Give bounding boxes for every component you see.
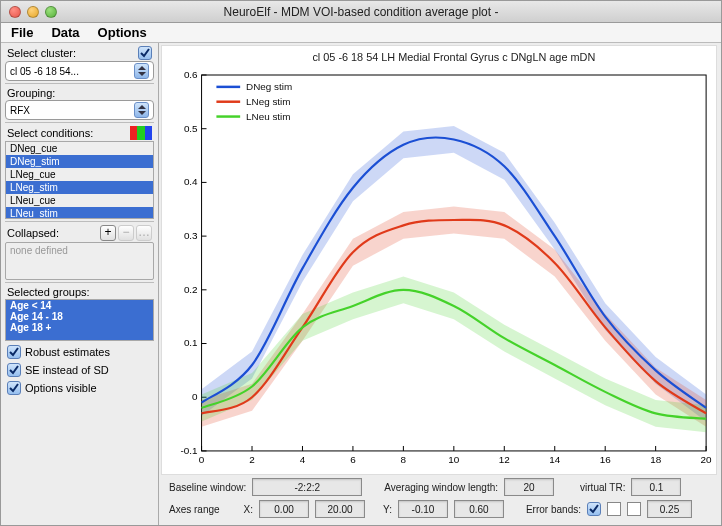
- errorbands-darkcolor[interactable]: [627, 502, 641, 516]
- svg-text:12: 12: [499, 454, 510, 465]
- svg-text:LNeg stim: LNeg stim: [246, 96, 290, 107]
- svg-text:16: 16: [600, 454, 611, 465]
- se-sd-label: SE instead of SD: [25, 364, 109, 376]
- svg-text:0.5: 0.5: [184, 123, 198, 134]
- plot-area: cl 05 -6 18 54 LH Medial Frontal Gyrus c…: [161, 45, 717, 475]
- errorbands-lightcolor[interactable]: [607, 502, 621, 516]
- axes-label: Axes range: [169, 504, 220, 515]
- condition-item[interactable]: LNeg_stim: [6, 181, 153, 194]
- grouping-value: RFX: [10, 105, 30, 116]
- menubar: File Data Options: [1, 23, 721, 43]
- vtr-label: virtual TR:: [580, 482, 625, 493]
- minimize-icon[interactable]: [27, 6, 39, 18]
- svg-text:0.4: 0.4: [184, 176, 198, 187]
- se-sd-checkbox[interactable]: [7, 363, 21, 377]
- ymin-input[interactable]: -0.10: [398, 500, 448, 518]
- condition-item[interactable]: DNeg_cue: [6, 142, 153, 155]
- collapsed-add-button[interactable]: +: [100, 225, 116, 241]
- menu-options[interactable]: Options: [98, 25, 147, 40]
- svg-text:6: 6: [350, 454, 356, 465]
- errorbands-alpha-input[interactable]: 0.25: [647, 500, 692, 518]
- chart: cl 05 -6 18 54 LH Medial Frontal Gyrus c…: [162, 46, 716, 474]
- baseline-input[interactable]: -2:2:2: [252, 478, 362, 496]
- conditions-listbox[interactable]: DNeg_cueDNeg_stimLNeg_cueLNeg_stimLNeu_c…: [5, 141, 154, 219]
- vtr-input[interactable]: 0.1: [631, 478, 681, 496]
- select-cluster-label: Select cluster:: [7, 47, 76, 59]
- grouping-label: Grouping:: [7, 87, 55, 99]
- ymax-input[interactable]: 0.60: [454, 500, 504, 518]
- svg-text:0: 0: [199, 454, 205, 465]
- main-panel: cl 05 -6 18 54 LH Medial Frontal Gyrus c…: [159, 43, 721, 525]
- group-item[interactable]: Age < 14: [6, 300, 153, 311]
- svg-text:-0.1: -0.1: [181, 445, 199, 456]
- collapsed-listbox[interactable]: none defined: [5, 242, 154, 280]
- group-item[interactable]: Age 14 - 18: [6, 311, 153, 322]
- avg-label: Averaging window length:: [384, 482, 498, 493]
- errorbands-checkbox[interactable]: [587, 502, 601, 516]
- select-conditions-label: Select conditions:: [7, 127, 93, 139]
- condition-item[interactable]: LNeu_stim: [6, 207, 153, 219]
- xmax-input[interactable]: 20.00: [315, 500, 365, 518]
- svg-text:4: 4: [300, 454, 306, 465]
- sidebar: Select cluster: cl 05 -6 18 54... Groupi…: [1, 43, 159, 525]
- palette-icon[interactable]: [130, 126, 152, 140]
- svg-text:cl 05 -6 18 54 LH Medial Front: cl 05 -6 18 54 LH Medial Frontal Gyrus c…: [312, 51, 595, 63]
- select-cluster-checkbox[interactable]: [138, 46, 152, 60]
- svg-text:0.2: 0.2: [184, 284, 198, 295]
- selected-groups-label: Selected groups:: [7, 286, 90, 298]
- stepper-icon[interactable]: [134, 102, 149, 118]
- svg-text:0.1: 0.1: [184, 337, 198, 348]
- select-cluster-value: cl 05 -6 18 54...: [10, 66, 79, 77]
- zoom-icon[interactable]: [45, 6, 57, 18]
- baseline-label: Baseline window:: [169, 482, 246, 493]
- svg-text:0.6: 0.6: [184, 69, 198, 80]
- avg-input[interactable]: 20: [504, 478, 554, 496]
- grouping-dropdown[interactable]: RFX: [5, 100, 154, 120]
- condition-item[interactable]: LNeu_cue: [6, 194, 153, 207]
- svg-text:20: 20: [701, 454, 712, 465]
- collapsed-edit-button: …: [136, 225, 152, 241]
- options-visible-label: Options visible: [25, 382, 97, 394]
- stepper-icon[interactable]: [134, 63, 149, 79]
- robust-checkbox[interactable]: [7, 345, 21, 359]
- svg-text:LNeu stim: LNeu stim: [246, 111, 290, 122]
- svg-text:DNeg stim: DNeg stim: [246, 81, 292, 92]
- window-controls[interactable]: [9, 6, 57, 18]
- condition-item[interactable]: LNeg_cue: [6, 168, 153, 181]
- svg-text:8: 8: [401, 454, 407, 465]
- close-icon[interactable]: [9, 6, 21, 18]
- menu-file[interactable]: File: [11, 25, 33, 40]
- selected-groups-listbox[interactable]: Age < 14Age 14 - 18Age 18 +: [5, 299, 154, 341]
- errorbands-label: Error bands:: [526, 504, 581, 515]
- options-visible-checkbox[interactable]: [7, 381, 21, 395]
- y-label: Y:: [383, 504, 392, 515]
- svg-text:2: 2: [249, 454, 255, 465]
- controls-panel: Baseline window: -2:2:2 Averaging window…: [159, 475, 721, 525]
- svg-text:0.3: 0.3: [184, 230, 198, 241]
- x-label: X:: [244, 504, 253, 515]
- svg-text:0: 0: [192, 391, 198, 402]
- menu-data[interactable]: Data: [51, 25, 79, 40]
- svg-text:14: 14: [549, 454, 560, 465]
- titlebar: NeuroElf - MDM VOI-based condition avera…: [1, 1, 721, 23]
- condition-item[interactable]: DNeg_stim: [6, 155, 153, 168]
- collapsed-label: Collapsed:: [7, 227, 59, 239]
- group-item[interactable]: Age 18 +: [6, 322, 153, 333]
- select-cluster-dropdown[interactable]: cl 05 -6 18 54...: [5, 61, 154, 81]
- collapsed-remove-button: −: [118, 225, 134, 241]
- window-title: NeuroElf - MDM VOI-based condition avera…: [1, 5, 721, 19]
- xmin-input[interactable]: 0.00: [259, 500, 309, 518]
- robust-label: Robust estimates: [25, 346, 110, 358]
- svg-text:18: 18: [650, 454, 661, 465]
- svg-text:10: 10: [448, 454, 459, 465]
